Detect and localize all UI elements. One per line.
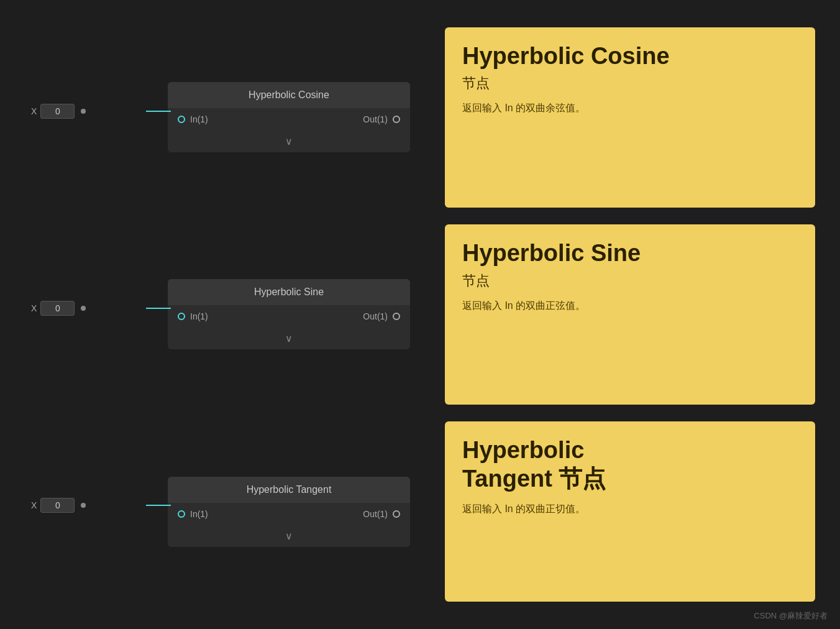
chevron-cosh: ∨ bbox=[285, 136, 293, 147]
port-in-tanh[interactable]: In(1) bbox=[178, 509, 208, 519]
connector-line-sinh bbox=[146, 308, 171, 309]
info-panel-cosh: Hyperbolic Cosine 节点 返回输入 In 的双曲余弦值。 bbox=[445, 27, 815, 208]
watermark: CSDN @麻辣爱好者 bbox=[754, 610, 828, 622]
node-ports-cosh: In(1) Out(1) bbox=[168, 108, 410, 131]
port-in-cosh[interactable]: In(1) bbox=[178, 114, 208, 124]
info-area: Hyperbolic Cosine 节点 返回输入 In 的双曲余弦值。 Hyp… bbox=[432, 19, 828, 610]
info-subtitle-sinh: 节点 bbox=[462, 272, 798, 290]
node-footer-cosh[interactable]: ∨ bbox=[168, 131, 410, 152]
chevron-tanh: ∨ bbox=[285, 531, 293, 541]
port-out-cosh[interactable]: Out(1) bbox=[363, 114, 400, 124]
port-out-sinh[interactable]: Out(1) bbox=[363, 311, 400, 321]
dot-tanh bbox=[81, 503, 86, 508]
info-desc-cosh: 返回输入 In 的双曲余弦值。 bbox=[462, 100, 798, 116]
port-in-label-tanh: In(1) bbox=[190, 509, 208, 519]
node-title-cosh: Hyperbolic Cosine bbox=[168, 82, 410, 108]
node-ports-sinh: In(1) Out(1) bbox=[168, 305, 410, 328]
node-box-tanh: Hyperbolic Tangent In(1) Out(1) ∨ bbox=[168, 477, 410, 547]
x-label-tanh: X bbox=[31, 500, 37, 510]
info-panel-tanh: Hyperbolic Tangent 节点 返回输入 In 的双曲正切值。 bbox=[445, 421, 815, 602]
node-ports-tanh: In(1) Out(1) bbox=[168, 503, 410, 525]
port-in-label-cosh: In(1) bbox=[190, 114, 208, 124]
info-title-tanh: Hyperbolic Tangent 节点 bbox=[462, 436, 798, 493]
port-in-sinh[interactable]: In(1) bbox=[178, 311, 208, 321]
port-circle-in-sinh[interactable] bbox=[178, 313, 185, 320]
info-desc-sinh: 返回输入 In 的双曲正弦值。 bbox=[462, 298, 798, 314]
x-input-tanh[interactable]: X 0 bbox=[31, 498, 86, 513]
node-tanh-wrapper: X 0 Hyperbolic Tangent In(1) Out(1) bbox=[31, 459, 414, 564]
connector-line-cosh bbox=[146, 111, 171, 112]
x-value-cosh[interactable]: 0 bbox=[40, 104, 75, 119]
port-in-label-sinh: In(1) bbox=[190, 311, 208, 321]
node-footer-tanh[interactable]: ∨ bbox=[168, 525, 410, 547]
port-circle-out-sinh[interactable] bbox=[393, 313, 400, 320]
info-subtitle-cosh: 节点 bbox=[462, 74, 798, 93]
port-circle-in-cosh[interactable] bbox=[178, 116, 185, 123]
node-box-cosh: Hyperbolic Cosine In(1) Out(1) ∨ bbox=[168, 82, 410, 152]
node-title-tanh: Hyperbolic Tangent bbox=[168, 477, 410, 503]
conn-line-sinh bbox=[146, 308, 171, 309]
connector-line-tanh bbox=[146, 505, 171, 506]
node-footer-sinh[interactable]: ∨ bbox=[168, 328, 410, 349]
x-value-tanh[interactable]: 0 bbox=[40, 498, 75, 513]
dot-cosh bbox=[81, 109, 86, 114]
info-panel-sinh: Hyperbolic Sine 节点 返回输入 In 的双曲正弦值。 bbox=[445, 224, 815, 405]
x-input-sinh[interactable]: X 0 bbox=[31, 301, 86, 316]
x-label-cosh: X bbox=[31, 106, 37, 116]
node-title-sinh: Hyperbolic Sine bbox=[168, 279, 410, 305]
node-area: X 0 Hyperbolic Cosine In(1) Out(1) bbox=[12, 19, 432, 610]
port-out-label-cosh: Out(1) bbox=[363, 114, 388, 124]
port-out-label-tanh: Out(1) bbox=[363, 509, 388, 519]
info-title-cosh: Hyperbolic Cosine bbox=[462, 42, 798, 71]
chevron-sinh: ∨ bbox=[285, 333, 293, 344]
port-out-tanh[interactable]: Out(1) bbox=[363, 509, 400, 519]
node-box-sinh: Hyperbolic Sine In(1) Out(1) ∨ bbox=[168, 279, 410, 349]
info-title-sinh: Hyperbolic Sine bbox=[462, 239, 798, 268]
port-out-label-sinh: Out(1) bbox=[363, 311, 388, 321]
node-sinh-wrapper: X 0 Hyperbolic Sine In(1) Out(1) bbox=[31, 262, 414, 367]
info-desc-tanh: 返回输入 In 的双曲正切值。 bbox=[462, 501, 798, 517]
x-label-sinh: X bbox=[31, 303, 37, 313]
port-circle-out-tanh[interactable] bbox=[393, 510, 400, 518]
port-circle-in-tanh[interactable] bbox=[178, 510, 185, 518]
port-circle-out-cosh[interactable] bbox=[393, 116, 400, 123]
dot-sinh bbox=[81, 306, 86, 311]
conn-line-tanh bbox=[146, 505, 171, 506]
x-value-sinh[interactable]: 0 bbox=[40, 301, 75, 316]
conn-line-cosh bbox=[146, 111, 171, 112]
x-input-cosh[interactable]: X 0 bbox=[31, 104, 86, 119]
node-cosh-wrapper: X 0 Hyperbolic Cosine In(1) Out(1) bbox=[31, 65, 414, 170]
